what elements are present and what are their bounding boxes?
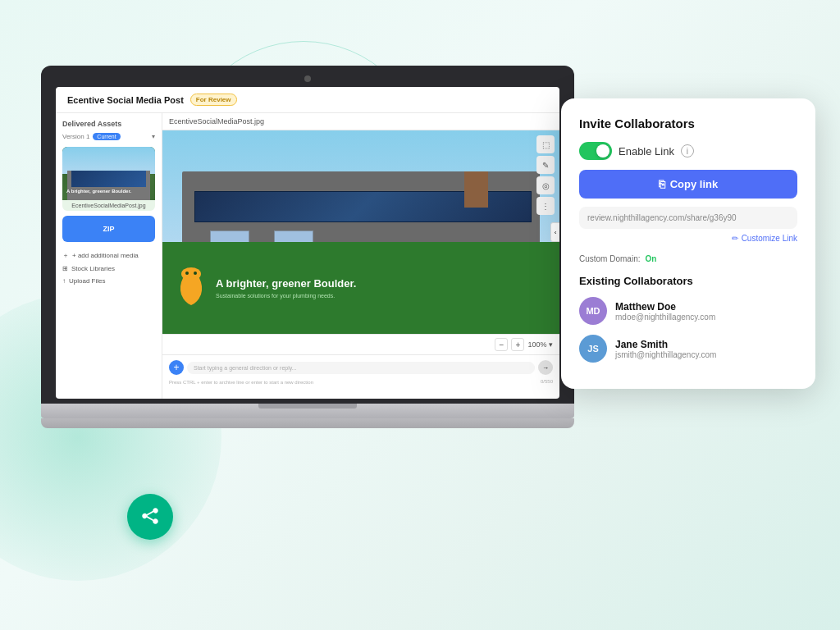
panel-collapse-handle[interactable]: ‹ — [550, 222, 559, 242]
upload-icon: ↑ — [62, 277, 66, 285]
pencil-icon: ✏ — [732, 234, 738, 243]
collaborator-avatar-1: JS — [579, 335, 607, 363]
zip-box[interactable]: ZIP — [62, 216, 155, 242]
custom-domain-row: Custom Domain: On — [579, 254, 797, 263]
info-icon[interactable]: i — [681, 144, 694, 158]
promo-text-area: A brighter, greener Boulder. Sustainable… — [216, 277, 356, 299]
comment-hint: Press CTRL + enter to archive line or en… — [169, 380, 313, 385]
collaborator-info-1: Jane Smith jsmith@nighthillagency.com — [615, 339, 716, 359]
custom-domain-value: On — [645, 254, 656, 263]
comment-send-btn[interactable]: → — [538, 360, 553, 375]
stock-label: Stock Libraries — [71, 265, 115, 272]
toggle-knob — [596, 144, 609, 158]
asset-thumb-image: A brighter, greener Boulder. — [62, 147, 155, 200]
laptop-camera — [304, 75, 311, 82]
url-text: review.nighthillagency.com/share/g36y90 — [587, 213, 737, 222]
image-toolbar: − + 100% ▾ — [162, 334, 559, 354]
collaborator-name-0: Matthew Doe — [615, 301, 715, 313]
tool-btn-1[interactable]: ⬚ — [536, 135, 555, 153]
version-arrow-icon[interactable]: ▾ — [152, 133, 155, 140]
stock-icon: ⊞ — [62, 265, 68, 272]
add-icon: ＋ — [62, 251, 69, 260]
collaborator-initials-0: MD — [586, 306, 600, 316]
asset-filename-label: EcentiveSocialMediaPost.jpg — [62, 200, 155, 211]
toggle-row: Enable Link i — [579, 142, 797, 160]
app-ui: Ecentive Social Media Post For Review De… — [56, 87, 559, 399]
collaborator-info-0: Matthew Doe mdoe@nighthillagency.com — [615, 301, 715, 322]
customize-link[interactable]: ✏ Customize Link — [579, 234, 797, 243]
upload-label: Upload Files — [69, 277, 105, 285]
comment-add-btn[interactable]: + — [169, 360, 184, 375]
version-badge[interactable]: Current — [93, 133, 120, 140]
asset-thumbnail[interactable]: A brighter, greener Boulder. EcentiveSoc… — [62, 147, 155, 211]
collaborator-email-0: mdoe@nighthillagency.com — [615, 313, 715, 322]
collaborator-email-1: jsmith@nighthillagency.com — [615, 350, 716, 359]
zoom-percent: 100% — [527, 340, 546, 349]
tool-btn-3[interactable]: ◎ — [536, 176, 555, 194]
copy-link-btn[interactable]: ⎘ Copy link — [579, 170, 797, 199]
existing-collaborators-title: Existing Collaborators — [579, 275, 797, 287]
add-media-btn[interactable]: ＋ + add additional media — [62, 249, 155, 262]
collaborator-row-0: MD Matthew Doe mdoe@nighthillagency.com — [579, 297, 797, 325]
toggle-label: Enable Link — [619, 145, 674, 158]
collaborator-initials-1: JS — [587, 344, 598, 354]
zoom-out-btn[interactable]: − — [495, 338, 508, 351]
svg-point-2 — [194, 272, 197, 275]
sidebar-assets: Delivered Assets Version 1 Current ▾ — [56, 113, 162, 399]
chimney — [464, 171, 488, 208]
invite-card: Invite Collaborators Enable Link i ⎘ Cop… — [561, 98, 815, 389]
tool-btn-2[interactable]: ✎ — [536, 156, 555, 174]
zoom-value: 100% ▾ — [527, 340, 553, 349]
upload-files-btn[interactable]: ↑ Upload Files — [62, 275, 155, 287]
stock-libraries-btn[interactable]: ⊞ Stock Libraries — [62, 262, 155, 275]
main-image: A brighter, greener Boulder. Sustainable… — [162, 130, 559, 334]
comment-input[interactable]: Start typing a general direction or repl… — [187, 362, 535, 374]
promo-snake-logo — [175, 266, 208, 311]
review-badge: For Review — [190, 94, 237, 106]
custom-domain-label: Custom Domain: — [579, 254, 640, 263]
app-body: Delivered Assets Version 1 Current ▾ — [56, 113, 559, 399]
url-row: review.nighthillagency.com/share/g36y90 — [579, 207, 797, 229]
asset-promo-text: A brighter, greener Boulder. — [66, 189, 151, 195]
promo-subtext: Sustainable solutions for your plumbing … — [216, 293, 356, 299]
invite-card-title: Invite Collaborators — [579, 116, 797, 130]
promo-overlay: A brighter, greener Boulder. Sustainable… — [162, 242, 559, 334]
enable-link-toggle[interactable] — [579, 142, 612, 160]
sidebar-actions: ＋ + add additional media ⊞ Stock Librari… — [62, 249, 155, 287]
sidebar-assets-title: Delivered Assets — [62, 120, 155, 128]
collaborator-row-1: JS Jane Smith jsmith@nighthillagency.com — [579, 335, 797, 363]
customize-link-label: Customize Link — [742, 234, 797, 243]
comment-input-row: + Start typing a general direction or re… — [169, 360, 553, 375]
zoom-control: − + 100% ▾ — [495, 338, 553, 351]
laptop-bottom — [41, 418, 574, 428]
zoom-in-btn[interactable]: + — [511, 338, 524, 351]
main-content: EcentiveSocialMediaPost.jpg — [162, 113, 559, 399]
comment-count: 0/550 — [541, 379, 553, 384]
share-icon-float[interactable] — [127, 494, 173, 540]
asset-thumb-text: A brighter, greener Boulder. — [66, 189, 151, 195]
laptop-screen-outer: Ecentive Social Media Post For Review De… — [41, 66, 574, 404]
comment-area: + Start typing a general direction or re… — [162, 354, 559, 390]
app-header: Ecentive Social Media Post For Review — [56, 87, 559, 113]
version-label: Version 1 — [62, 133, 89, 140]
laptop-wrapper: Ecentive Social Media Post For Review De… — [41, 66, 574, 428]
laptop-base — [41, 404, 574, 418]
svg-point-1 — [185, 272, 189, 275]
image-tools: ⬚ ✎ ◎ ⋮ — [536, 135, 555, 215]
main-filename: EcentiveSocialMediaPost.jpg — [162, 113, 559, 130]
collaborator-avatar-0: MD — [579, 297, 607, 325]
promo-headline: A brighter, greener Boulder. — [216, 277, 356, 290]
share-icon — [139, 506, 161, 527]
collaborator-name-1: Jane Smith — [615, 339, 716, 350]
laptop-screen-inner: Ecentive Social Media Post For Review De… — [56, 87, 559, 399]
app-title: Ecentive Social Media Post — [67, 95, 184, 105]
copy-icon: ⎘ — [659, 178, 665, 190]
version-bar: Version 1 Current ▾ — [62, 133, 155, 140]
comment-footer: Press CTRL + enter to archive line or en… — [169, 377, 553, 385]
zoom-dropdown-icon[interactable]: ▾ — [549, 340, 553, 349]
house-scene: A brighter, greener Boulder. Sustainable… — [162, 130, 559, 334]
add-media-label: + add additional media — [72, 252, 139, 259]
tool-btn-4[interactable]: ⋮ — [536, 197, 555, 215]
copy-link-label: Copy link — [670, 178, 719, 190]
